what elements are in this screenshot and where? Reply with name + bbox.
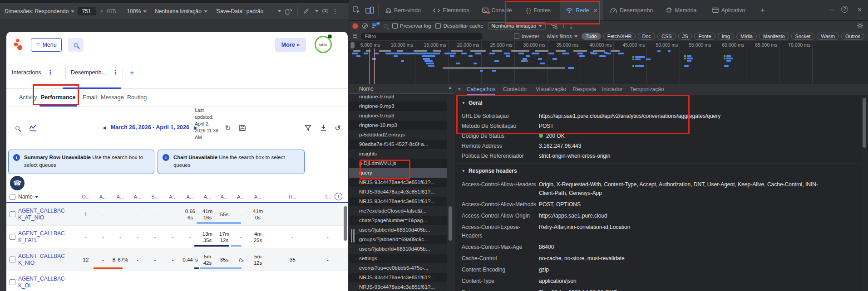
metric-column-header[interactable]: S... xyxy=(146,194,164,199)
scroll-up-icon[interactable]: ▲ xyxy=(448,85,452,90)
metric-column-header[interactable]: A... xyxy=(232,194,249,199)
device-dimensions-dropdown[interactable]: Dimensões: Respondendo xyxy=(5,8,74,15)
request-row[interactable]: ringtone-9.mp3 xyxy=(349,102,447,111)
tab-desempenho[interactable]: Desempenh...⋮ xyxy=(71,69,118,76)
filter-pill[interactable]: Fetch/XHR xyxy=(603,33,636,40)
row-checkbox[interactable] xyxy=(6,211,18,217)
queue-link[interactable]: AGENT_CALLBACK_OI xyxy=(18,276,67,289)
filter-icon[interactable] xyxy=(303,123,312,132)
request-list-scrollbar[interactable] xyxy=(447,94,454,291)
request-row[interactable]: ringtone-9.mp3 xyxy=(349,94,447,102)
metric-column-header[interactable]: A... xyxy=(112,194,129,199)
invert-filter-control[interactable]: Inverter xyxy=(514,34,539,39)
filter-pill[interactable]: Wasm xyxy=(817,33,839,40)
voice-media-icon[interactable]: ☎ xyxy=(10,176,25,190)
request-row[interactable]: me?excludeClosed=false&i... xyxy=(349,206,447,216)
metric-column-header[interactable]: A... xyxy=(249,194,266,199)
download-icon[interactable] xyxy=(319,123,328,132)
metric-column-header[interactable]: H... xyxy=(266,194,319,199)
request-row[interactable]: ringtone-9.mp3 xyxy=(349,111,447,121)
chevron-down-icon[interactable] xyxy=(278,10,281,12)
request-row[interactable]: ringtone-10.mp3 xyxy=(349,121,447,130)
disable-cache-control[interactable]: Desabilitar cache xyxy=(435,23,483,29)
date-prev-button[interactable]: ◀ xyxy=(103,125,106,130)
filter-pill[interactable]: Socket xyxy=(791,33,815,40)
device-throttling-dropdown[interactable]: Nenhuma limitação xyxy=(155,8,207,15)
device-height-input[interactable]: 875 xyxy=(107,8,116,15)
tab-elementos[interactable]: Elementos xyxy=(429,0,473,20)
add-tab-button[interactable]: + xyxy=(130,69,134,77)
request-row[interactable]: NRJS-93c4478ae4c3e851f61?... xyxy=(349,197,447,206)
add-column-icon[interactable]: + xyxy=(335,193,342,200)
date-range-label[interactable]: March 26, 2026 - April 1, 2026 xyxy=(111,124,189,131)
undo-icon[interactable]: ↺ xyxy=(333,123,342,132)
table-row[interactable]: AGENT_CALLBACK_FATL-------13m 35s17m 12s… xyxy=(6,226,348,248)
request-row[interactable]: 90edbe7e-f145-4527-8c6f-a... xyxy=(349,140,447,149)
eye-icon[interactable] xyxy=(322,9,328,13)
detail-tab-resposta[interactable]: Resposta xyxy=(573,84,596,95)
refresh-icon[interactable]: ↻ xyxy=(223,123,232,132)
request-row[interactable]: NRJS-93c4478ae4c3e851f61?... xyxy=(349,282,447,291)
request-row[interactable]: p-5ddddad2.entry.js xyxy=(349,130,447,140)
filter-pill[interactable]: Img xyxy=(718,33,734,40)
filter-pill[interactable]: Doc xyxy=(638,33,655,40)
request-row[interactable]: users?jabberId=68310d405b... xyxy=(349,225,447,235)
tab-menu-icon[interactable]: ⋮ xyxy=(113,69,118,76)
rotate-device-icon[interactable] xyxy=(285,8,292,15)
device-toolbar-toggle-icon[interactable] xyxy=(365,6,374,14)
tab-interactions[interactable]: Interactions⋮ xyxy=(12,69,53,76)
request-row[interactable]: events?uu=ec0bbbb5-475c-... xyxy=(349,263,447,273)
menu-button[interactable]: ≡ Menu xyxy=(31,38,62,52)
table-row[interactable]: AGENT_CALLBACK_NIO12-8 67%---0.44 s5m 42… xyxy=(6,248,348,271)
scrollbar-thumb[interactable] xyxy=(449,206,452,241)
table-row[interactable]: AGENT_CALLBACK_AT_NIO1-----0.66 6s41m 16… xyxy=(6,203,348,226)
name-column-header[interactable]: Name xyxy=(18,194,77,200)
metric-column-header[interactable]: A... xyxy=(94,194,112,199)
clear-network-log-icon[interactable] xyxy=(362,23,368,29)
pane-splitter-handle[interactable] xyxy=(353,229,355,242)
metric-column-header[interactable]: O... xyxy=(77,194,94,199)
detail-tab-temporizacao[interactable]: Temporização xyxy=(630,84,664,95)
page-scrollbar-thumb[interactable] xyxy=(344,206,347,241)
edit-icon[interactable] xyxy=(303,8,309,14)
request-row[interactable]: users?jabberId=68310d405b... xyxy=(349,244,447,254)
tab-menu-icon[interactable]: ⋮ xyxy=(48,69,54,76)
request-row[interactable]: NRJS-93c4478ae4c3e851f61?... xyxy=(349,273,447,282)
close-detail-icon[interactable]: × xyxy=(458,86,461,92)
detail-tab-cabecalhos[interactable]: Cabeçalhos xyxy=(467,84,495,95)
filter-pill[interactable]: Fonte xyxy=(694,33,715,40)
detail-tab-iniciador[interactable]: Iniciador xyxy=(602,84,622,95)
subtab-routing[interactable]: Routing xyxy=(127,94,147,101)
inspect-element-icon[interactable] xyxy=(353,6,360,14)
chevron-down-icon[interactable] xyxy=(315,10,319,12)
metric-column-header[interactable]: T... xyxy=(319,194,337,199)
detail-scrollbar[interactable] xyxy=(861,95,868,291)
request-row[interactable]: NRJS-93c4478ae4c3e851f61?... xyxy=(349,187,447,197)
select-all-checkbox[interactable] xyxy=(6,194,18,200)
add-devtools-tab-button[interactable]: + xyxy=(755,0,770,20)
device-toolbar-menu-icon[interactable]: ⋮ xyxy=(332,8,338,15)
scrollbar-thumb[interactable] xyxy=(863,98,866,148)
request-row[interactable]: settings xyxy=(349,254,447,263)
queue-link[interactable]: AGENT_CALLBACK_NIO xyxy=(18,253,67,267)
request-row[interactable]: groups/?jabberId=69a09c9c... xyxy=(349,235,447,244)
metric-column-header[interactable]: A... xyxy=(216,194,232,199)
save-data-dropdown[interactable]: 'Save-Data': padrão xyxy=(216,8,263,15)
queue-link[interactable]: AGENT_CALLBACK_AT_NIO xyxy=(18,208,67,221)
save-icon[interactable] xyxy=(238,123,247,132)
tab-bem-vindo[interactable]: Bem-vindo xyxy=(381,0,425,20)
filter-pill[interactable]: Outros xyxy=(841,33,864,40)
subtab-email[interactable]: Email xyxy=(83,94,97,101)
network-settings-gear-icon[interactable] xyxy=(857,22,863,29)
filter-pill[interactable]: Tudo xyxy=(582,33,601,40)
device-zoom-dropdown[interactable]: 100% xyxy=(127,8,147,15)
more-button[interactable]: More » xyxy=(275,38,306,52)
filter-pill[interactable]: CSS xyxy=(657,33,676,40)
table-search-icon[interactable] xyxy=(13,123,22,132)
row-checkbox[interactable] xyxy=(6,257,18,262)
preserve-log-control[interactable]: Preservar log xyxy=(392,23,431,29)
filter-pill[interactable]: Mídia xyxy=(736,33,757,40)
devtools-overflow-menu-icon[interactable]: ⋯ xyxy=(828,6,834,13)
request-row[interactable]: chats?pageNumber=1&pag... xyxy=(349,216,447,225)
device-width-input[interactable] xyxy=(78,7,96,15)
